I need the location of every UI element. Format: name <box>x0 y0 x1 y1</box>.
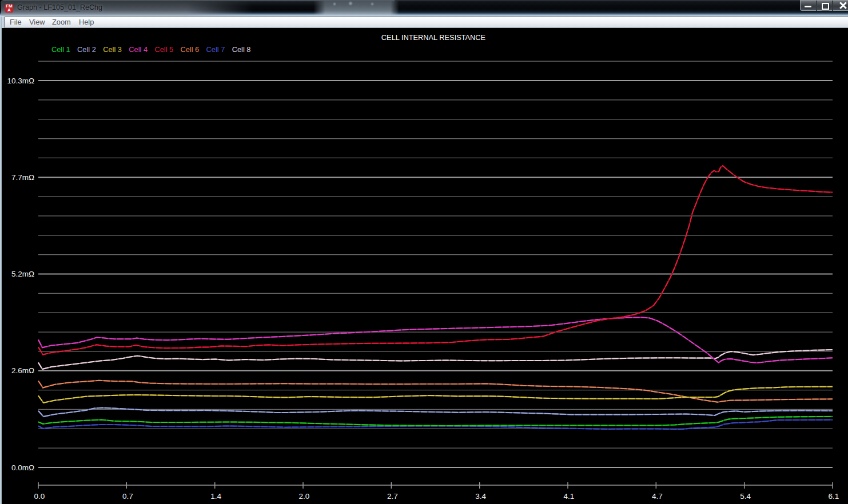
svg-text:Cell 2: Cell 2 <box>77 45 96 54</box>
svg-text:5.4: 5.4 <box>740 492 751 501</box>
svg-text:2.6mΩ: 2.6mΩ <box>11 366 34 375</box>
svg-text:0.0mΩ: 0.0mΩ <box>11 463 34 472</box>
svg-text:0.0: 0.0 <box>34 492 45 501</box>
svg-text:Cell 6: Cell 6 <box>181 45 200 54</box>
svg-text:10.3mΩ: 10.3mΩ <box>7 77 34 85</box>
svg-text:Cell 5: Cell 5 <box>154 45 173 54</box>
svg-text:7.7mΩ: 7.7mΩ <box>11 173 34 182</box>
svg-text:Cell 1: Cell 1 <box>51 45 70 54</box>
svg-text:0.7: 0.7 <box>122 492 133 501</box>
svg-text:Cell 3: Cell 3 <box>103 45 122 54</box>
svg-text:Cell 7: Cell 7 <box>206 45 225 54</box>
svg-text:3.4: 3.4 <box>475 492 486 501</box>
svg-text:Cell 4: Cell 4 <box>129 45 148 54</box>
svg-text:4.7: 4.7 <box>652 492 663 501</box>
svg-text:5.2mΩ: 5.2mΩ <box>11 270 34 278</box>
svg-text:2.0: 2.0 <box>299 492 310 501</box>
svg-text:4.1: 4.1 <box>564 492 575 501</box>
svg-text:CELL INTERNAL RESISTANCE: CELL INTERNAL RESISTANCE <box>381 33 485 42</box>
svg-text:1.4: 1.4 <box>210 492 221 501</box>
svg-text:6.1: 6.1 <box>829 492 839 501</box>
svg-text:2.7: 2.7 <box>387 492 398 501</box>
svg-text:Cell 8: Cell 8 <box>232 45 251 54</box>
